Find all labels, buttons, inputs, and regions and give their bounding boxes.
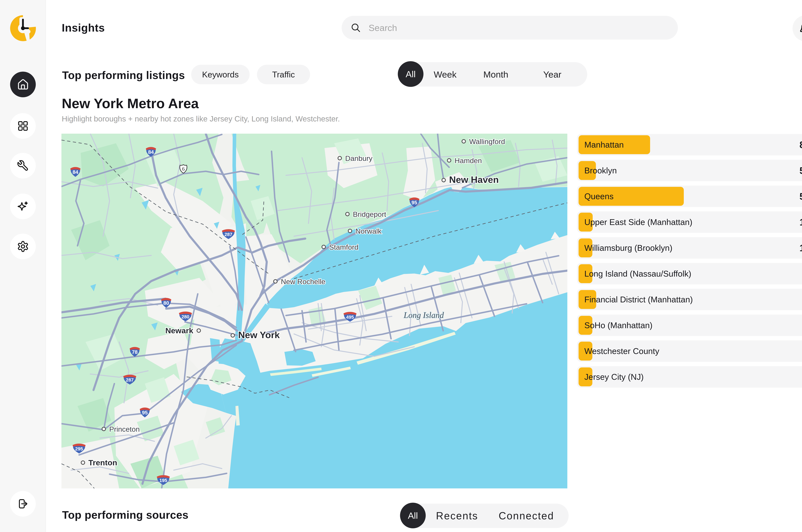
svg-text:New York: New York bbox=[238, 329, 280, 340]
svg-text:Long Island: Long Island bbox=[404, 310, 444, 320]
svg-text:New Rochelle: New Rochelle bbox=[281, 278, 325, 286]
svg-text:495: 495 bbox=[346, 315, 354, 320]
svg-text:287: 287 bbox=[224, 232, 232, 237]
svg-text:New Haven: New Haven bbox=[449, 174, 499, 185]
svg-text:Hamden: Hamden bbox=[455, 156, 482, 165]
svg-text:95: 95 bbox=[412, 200, 417, 205]
svg-text:6: 6 bbox=[182, 166, 185, 172]
svg-text:84: 84 bbox=[73, 169, 78, 175]
svg-text:195: 195 bbox=[160, 478, 167, 483]
svg-text:Norwalk: Norwalk bbox=[356, 227, 382, 235]
svg-text:295: 295 bbox=[75, 446, 83, 451]
svg-text:Bridgeport: Bridgeport bbox=[353, 210, 386, 218]
svg-text:78: 78 bbox=[132, 349, 138, 355]
svg-text:84: 84 bbox=[148, 149, 154, 155]
svg-text:Stamford: Stamford bbox=[329, 243, 359, 251]
svg-text:Trenton: Trenton bbox=[88, 458, 117, 467]
svg-text:Princeton: Princeton bbox=[109, 425, 140, 433]
svg-text:287: 287 bbox=[126, 377, 134, 382]
svg-text:280: 280 bbox=[182, 314, 189, 319]
svg-text:95: 95 bbox=[142, 410, 148, 416]
svg-text:Danbury: Danbury bbox=[345, 154, 372, 163]
svg-text:Newark: Newark bbox=[165, 326, 194, 335]
svg-text:80: 80 bbox=[163, 300, 169, 306]
svg-text:Wallingford: Wallingford bbox=[469, 137, 505, 146]
